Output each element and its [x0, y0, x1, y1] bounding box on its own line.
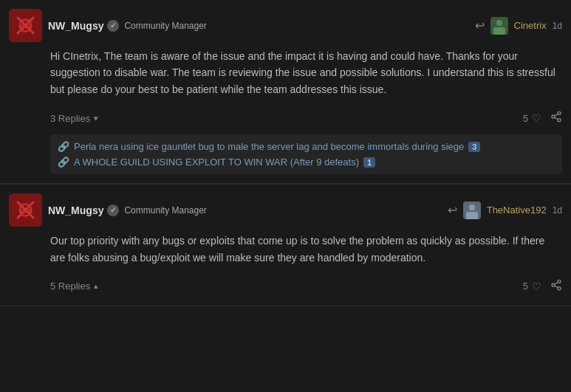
- replies-count-2: 5 Replies: [50, 281, 90, 292]
- post-1-user-info: NW_Mugsy ✓ Community Manager: [48, 20, 207, 32]
- post-1-footer-right: 5 ♡: [523, 111, 562, 125]
- svg-text:CM: CM: [21, 23, 31, 30]
- username-2[interactable]: NW_Mugsy: [48, 204, 103, 216]
- username[interactable]: NW_Mugsy: [48, 20, 103, 32]
- svg-point-25: [469, 204, 475, 210]
- link-count-badge-2: 1: [363, 157, 375, 168]
- reply-to-username-2[interactable]: TheNative192: [487, 204, 547, 216]
- linked-posts: 🔗 Perla nera using ice gauntlet bug to m…: [50, 134, 562, 174]
- linked-post-text-2: A WHOLE GUILD USING EXPLOIT TO WIN WAR (…: [74, 157, 359, 168]
- post-2-footer-right: 5 ♡: [523, 279, 562, 294]
- reply-arrow-icon: ↩: [475, 18, 485, 32]
- svg-text:CM: CM: [21, 207, 31, 215]
- like-count: 5: [523, 113, 528, 124]
- avatar-2: NW MUG SY CM: [9, 193, 42, 227]
- like-area: 5 ♡: [523, 112, 541, 124]
- like-count-2: 5: [523, 281, 528, 292]
- replies-count: 3 Replies: [50, 113, 90, 124]
- replies-button[interactable]: 3 Replies ▾: [50, 113, 98, 124]
- post-2: NW MUG SY CM NW_Mugsy ✓ Community Manage…: [0, 185, 571, 306]
- post-1: NW MUG SY CM NW_Mugsy ✓ Community Manage…: [0, 0, 571, 184]
- role-badge: Community Manager: [124, 21, 206, 31]
- reply-to-avatar: [490, 17, 508, 35]
- post-1-body: Hi CInetrix, The team is aware of the is…: [0, 48, 571, 97]
- share-icon[interactable]: [550, 111, 562, 125]
- avatar: NW MUG SY CM: [9, 9, 42, 42]
- svg-point-9: [496, 20, 502, 26]
- linked-post-item-1[interactable]: 🔗 Perla nera using ice gauntlet bug to m…: [58, 139, 555, 154]
- svg-rect-26: [466, 212, 478, 219]
- post-1-footer: 3 Replies ▾ 5 ♡: [0, 103, 571, 128]
- post-2-user-info: NW_Mugsy ✓ Community Manager: [48, 204, 207, 216]
- linked-post-text-1: Perla nera using ice gauntlet bug to mal…: [74, 141, 464, 152]
- linked-post-item-2[interactable]: 🔗 A WHOLE GUILD USING EXPLOIT TO WIN WAR…: [58, 154, 555, 170]
- reply-arrow-icon-2: ↩: [448, 203, 457, 217]
- link-icon-2: 🔗: [58, 157, 69, 168]
- post-2-footer: 5 Replies ▴ 5 ♡: [0, 272, 571, 297]
- svg-line-14: [555, 117, 558, 120]
- username-area-2: NW_Mugsy ✓ Community Manager: [48, 204, 207, 216]
- post-2-body: Our top priority with any bugs or exploi…: [0, 233, 571, 266]
- reply-to-avatar-2: [463, 202, 481, 219]
- post-1-header-left: NW MUG SY CM NW_Mugsy ✓ Community Manage…: [9, 9, 207, 42]
- svg-line-30: [555, 286, 558, 288]
- post-timestamp-2: 1d: [553, 205, 562, 216]
- svg-line-15: [555, 114, 558, 117]
- post-2-header: NW MUG SY CM NW_Mugsy ✓ Community Manage…: [0, 193, 571, 233]
- svg-line-31: [555, 282, 558, 284]
- reply-to-username[interactable]: Cinetrix: [514, 20, 547, 31]
- post-2-header-left: NW MUG SY CM NW_Mugsy ✓ Community Manage…: [9, 193, 207, 227]
- chevron-up-icon: ▴: [94, 281, 98, 291]
- link-icon: 🔗: [58, 141, 69, 152]
- like-area-2: 5 ♡: [523, 281, 541, 292]
- post-1-header: NW MUG SY CM NW_Mugsy ✓ Community Manage…: [0, 9, 571, 48]
- heart-icon[interactable]: ♡: [532, 112, 541, 124]
- post-1-text: Hi CInetrix, The team is aware of the is…: [50, 48, 562, 97]
- heart-icon-2[interactable]: ♡: [532, 281, 541, 292]
- post-2-header-right: ↩ TheNative192 1d: [448, 202, 562, 219]
- mod-badge: ✓: [107, 20, 119, 32]
- svg-rect-10: [493, 27, 505, 35]
- mod-badge-2: ✓: [107, 204, 119, 216]
- share-icon-2[interactable]: [550, 279, 562, 294]
- role-badge-2: Community Manager: [124, 205, 206, 216]
- replies-button-2[interactable]: 5 Replies ▴: [50, 281, 98, 292]
- post-2-text: Our top priority with any bugs or exploi…: [50, 233, 562, 266]
- post-1-header-right: ↩ Cinetrix 1d: [475, 17, 562, 35]
- post-timestamp: 1d: [553, 21, 562, 31]
- username-area: NW_Mugsy ✓ Community Manager: [48, 20, 207, 32]
- link-count-badge-1: 3: [468, 142, 480, 152]
- chevron-down-icon: ▾: [94, 114, 98, 123]
